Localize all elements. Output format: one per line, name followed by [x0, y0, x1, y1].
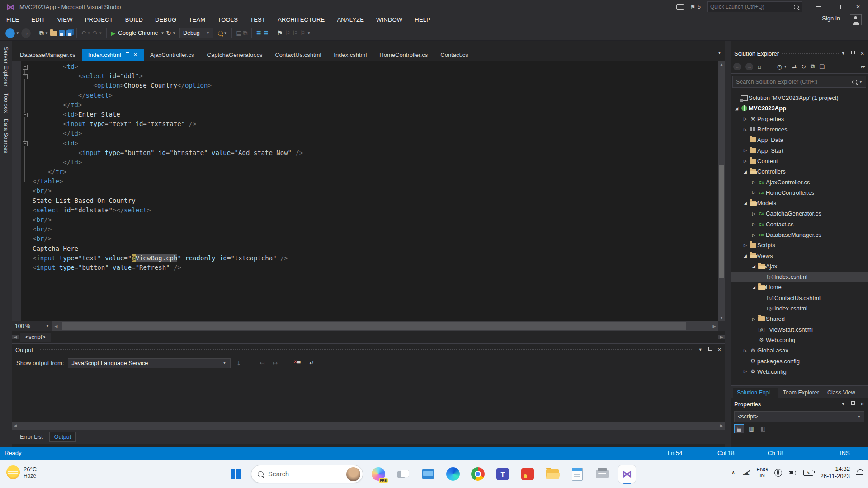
- categorized-view-icon[interactable]: ▤: [734, 424, 744, 433]
- tree-item[interactable]: ▷⚙Web.config: [731, 366, 868, 377]
- sync-with-active-document-icon[interactable]: ⇄: [792, 63, 797, 70]
- next-bookmark-button[interactable]: ⚐: [292, 29, 298, 37]
- tool-tab-toolbox[interactable]: Toolbox: [3, 93, 9, 113]
- collapsed-icon[interactable]: ▷: [742, 159, 749, 163]
- tree-item[interactable]: ◢Controllers: [731, 166, 868, 177]
- output-content[interactable]: [12, 371, 725, 422]
- expanded-icon[interactable]: ◢: [733, 106, 740, 111]
- output-source-select[interactable]: JavaScript Language Service ▼: [68, 358, 231, 368]
- notification-count[interactable]: 5: [698, 4, 701, 10]
- toggle-bookmark-button[interactable]: ⚑: [277, 29, 283, 37]
- expanded-icon[interactable]: ◢: [742, 253, 749, 258]
- editor-tab[interactable]: Index.cshtml✕: [82, 49, 144, 61]
- collapsed-icon[interactable]: ▷: [750, 190, 757, 195]
- tray-expand-icon[interactable]: ∧: [731, 469, 736, 476]
- expanded-icon[interactable]: ◢: [742, 169, 749, 174]
- tree-item[interactable]: ⚙Web.config: [731, 335, 868, 345]
- breadcrumb-right-icon[interactable]: ▶: [718, 335, 725, 339]
- close-icon[interactable]: ✕: [860, 401, 864, 407]
- language-indicator[interactable]: ENGIN: [757, 467, 768, 479]
- collapsed-icon[interactable]: ▷: [750, 317, 757, 321]
- collapse-all-icon[interactable]: ⧉: [811, 63, 815, 70]
- word-wrap-icon[interactable]: ↵: [309, 360, 314, 366]
- menu-item-project[interactable]: PROJECT: [85, 16, 113, 23]
- menu-item-analyze[interactable]: ANALYZE: [337, 16, 364, 23]
- forward-icon[interactable]: →: [745, 63, 753, 70]
- editor-tab[interactable]: Contact.cs: [434, 49, 474, 61]
- tab-list-dropdown-icon[interactable]: ▼: [717, 51, 722, 55]
- output-horizontal-scrollbar[interactable]: ◀ ▶: [12, 422, 725, 430]
- window-position-icon[interactable]: ▼: [841, 51, 845, 56]
- clear-all-icon[interactable]: ≣✕: [296, 360, 301, 366]
- scroll-left-icon[interactable]: ◀: [12, 422, 19, 430]
- menu-item-build[interactable]: BUILD: [125, 16, 143, 23]
- pin-icon[interactable]: [851, 401, 855, 407]
- chrome-button[interactable]: [468, 465, 487, 483]
- collapse-box-icon[interactable]: −: [23, 141, 28, 146]
- tree-item[interactable]: ▷References: [731, 124, 868, 135]
- tree-item[interactable]: App_Data: [731, 135, 868, 145]
- panel-drag-grip[interactable]: [782, 52, 839, 55]
- tree-item[interactable]: ▷C#DatabaseManager.cs: [731, 230, 868, 240]
- sign-in-link[interactable]: Sign in: [822, 15, 840, 22]
- scroll-right-icon[interactable]: ▶: [711, 321, 718, 331]
- collapsed-icon[interactable]: ▷: [750, 233, 757, 237]
- close-button[interactable]: ✕: [848, 0, 868, 14]
- notepad-button[interactable]: [568, 465, 587, 483]
- breadcrumb-item[interactable]: <script>: [20, 333, 51, 342]
- menu-item-architecture[interactable]: ARCHITECTURE: [278, 16, 325, 23]
- navigate-forward-button[interactable]: →: [21, 28, 31, 38]
- notifications-flag-icon[interactable]: ⚑: [690, 4, 696, 10]
- notification-bell-icon[interactable]: [857, 469, 863, 475]
- panel-drag-grip[interactable]: [764, 403, 839, 405]
- chevron-down-icon[interactable]: ▼: [224, 31, 227, 35]
- previous-message-icon[interactable]: ↤: [259, 360, 264, 366]
- collapsed-icon[interactable]: ▷: [742, 348, 749, 353]
- display-app-button[interactable]: [419, 465, 438, 483]
- comment-button[interactable]: ⊑: [236, 29, 241, 37]
- user-avatar-icon[interactable]: [850, 14, 862, 25]
- save-button[interactable]: [59, 30, 65, 36]
- bottom-tab[interactable]: Output: [49, 432, 76, 442]
- new-file-button[interactable]: ⧉: [39, 29, 44, 37]
- editor-tab[interactable]: CaptchaGenerator.cs: [201, 49, 269, 61]
- tree-item[interactable]: [@]_ViewStart.cshtml: [731, 324, 868, 335]
- onedrive-paused-icon[interactable]: ☁: [742, 469, 750, 477]
- tree-item[interactable]: ▷C#CaptchaGenerator.cs: [731, 208, 868, 219]
- copilot-button[interactable]: PRE: [369, 465, 388, 483]
- collapsed-icon[interactable]: ▷: [750, 211, 757, 216]
- editor-horizontal-scrollbar[interactable]: [60, 321, 711, 331]
- tree-item[interactable]: ◢Ajax: [731, 261, 868, 272]
- collapsed-icon[interactable]: ▷: [742, 148, 749, 153]
- toolbar-overflow-icon[interactable]: ▸▸: [861, 64, 865, 69]
- solution-explorer-search-input[interactable]: Search Solution Explorer (Ctrl+;) ▼: [732, 76, 866, 88]
- editor-tab[interactable]: ContactUs.cshtml: [269, 49, 327, 61]
- window-position-icon[interactable]: ▼: [698, 347, 703, 352]
- tree-item[interactable]: ▷App_Start: [731, 145, 868, 155]
- tree-item[interactable]: ▷C#AjaxController.cs: [731, 177, 868, 187]
- find-message-icon[interactable]: ↧: [236, 360, 241, 366]
- clear-bookmarks-button[interactable]: ⚐: [300, 29, 306, 37]
- tree-item[interactable]: [@]Index.cshtml: [731, 272, 868, 282]
- chevron-down-icon[interactable]: ▼: [160, 31, 164, 35]
- menu-item-tools[interactable]: TOOLS: [217, 16, 238, 23]
- pin-icon[interactable]: [125, 52, 129, 58]
- menu-item-file[interactable]: FILE: [6, 16, 19, 23]
- increase-indent-button[interactable]: ≣: [263, 29, 269, 37]
- feedback-icon[interactable]: [676, 4, 684, 10]
- menu-item-window[interactable]: WINDOW: [376, 16, 402, 23]
- editor-tab[interactable]: Index.cshtml: [327, 49, 373, 61]
- visual-studio-button[interactable]: ⋈: [618, 465, 637, 483]
- panel-tab[interactable]: Solution Expl...: [733, 388, 778, 398]
- minimize-button[interactable]: [808, 0, 828, 14]
- tree-item[interactable]: [@]ContactUs.cshtml: [731, 293, 868, 303]
- refresh-icon[interactable]: ↻: [801, 63, 806, 70]
- expanded-icon[interactable]: ◢: [742, 201, 749, 206]
- redo-button[interactable]: ↷: [93, 29, 98, 37]
- back-icon[interactable]: ←: [733, 63, 741, 70]
- collapse-box-icon[interactable]: −: [23, 113, 28, 117]
- editor-tab[interactable]: HomeController.cs: [373, 49, 434, 61]
- collapsed-icon[interactable]: ▷: [742, 243, 749, 248]
- pin-icon[interactable]: [851, 51, 855, 56]
- edge-button[interactable]: [443, 465, 462, 483]
